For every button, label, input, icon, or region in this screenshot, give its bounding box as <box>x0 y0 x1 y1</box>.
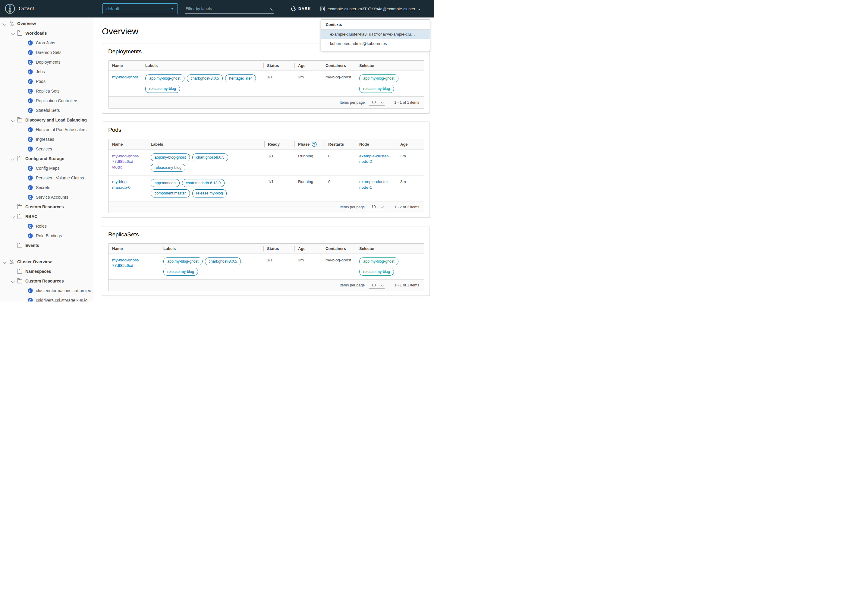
chevron-down-icon[interactable] <box>11 118 15 122</box>
sidebar-item-clusterinformations[interactable]: clusterinformations.crd.projec <box>0 286 94 295</box>
sidebar-item-csidrivers[interactable]: csidrivers.csi.storage.k8s.io <box>0 295 94 302</box>
chevron-down-icon[interactable] <box>11 31 15 35</box>
page-size-select[interactable]: 10 <box>369 204 385 210</box>
sidebar-item-pods[interactable]: Pods <box>0 77 94 86</box>
page-size-select[interactable]: 10 <box>369 99 385 105</box>
sidebar-item-workloads[interactable]: Workloads <box>0 28 94 38</box>
node-link[interactable]: example-cluster-node-2 <box>359 154 389 164</box>
selector-pill: app:my-blog-ghost <box>359 257 398 265</box>
column-header: Name <box>108 244 160 254</box>
label-filter-input[interactable] <box>185 6 271 11</box>
chevron-down-icon[interactable] <box>270 7 274 11</box>
age-cell: 3m <box>397 150 424 175</box>
role-bindings-icon <box>28 233 33 238</box>
sidebar-item-cron-jobs[interactable]: Cron Jobs <box>0 38 94 48</box>
labels-cell: app:mariadb chart:mariadb-6.13.0 compone… <box>147 175 264 201</box>
selector-pill: release:my-blog <box>359 85 394 93</box>
contexts-menu: Contexts example-cluster-ka3TuTzYo4a@exa… <box>321 19 430 51</box>
sidebar-item-daemon-sets[interactable]: Daemon Sets <box>0 48 94 57</box>
context-label: example-cluster-ka3TuTzYo4a@example-clus… <box>327 7 415 11</box>
cron-jobs-icon <box>28 40 33 45</box>
chevron-down-icon[interactable] <box>11 157 15 161</box>
replicaset-name-link[interactable]: my-blog-ghost-77df85c6cd <box>112 258 139 268</box>
sidebar-item-config-maps[interactable]: Config Maps <box>0 164 94 173</box>
pagination-range: 1 - 2 of 2 items <box>394 205 419 209</box>
sidebar-item-services[interactable]: Services <box>0 144 94 154</box>
sidebar-item-persistent-volume-claims[interactable]: Persistent Volume Claims <box>0 173 94 183</box>
status-cell: 1/1 <box>263 254 295 280</box>
sidebar-item-cluster-overview[interactable]: Cluster Overview <box>0 257 94 266</box>
deployment-name-link[interactable]: my-blog-ghost <box>112 75 138 79</box>
sidebar-item-replication-controllers[interactable]: Replication Controllers <box>0 96 94 105</box>
sidebar-item-secrets[interactable]: Secrets <box>0 183 94 192</box>
column-header: Ready <box>264 139 295 150</box>
theme-toggle[interactable]: DARK <box>291 0 311 17</box>
containers-cell: my-blog-ghost <box>322 71 356 96</box>
items-per-page-label: Items per page <box>340 283 364 287</box>
pod-name-link[interactable]: my-blog-mariadb-0 <box>112 179 130 190</box>
pod-name-link[interactable]: my-blog-ghost-77df85c6cd-vf6dx <box>112 154 139 170</box>
items-per-page-label: Items per page <box>340 100 364 105</box>
folder-icon <box>17 157 22 161</box>
sidebar-item-ingresses[interactable]: Ingresses <box>0 135 94 144</box>
column-header: Name <box>108 139 147 150</box>
label-pill: release:my-blog <box>192 189 227 197</box>
chevron-down-icon[interactable] <box>2 260 6 264</box>
restarts-cell: 0 <box>324 150 356 175</box>
sidebar-item-config-and-storage[interactable]: Config and Storage <box>0 154 94 164</box>
sidebar-item-service-accounts[interactable]: Service Accounts <box>0 192 94 202</box>
deployments-icon <box>28 60 33 65</box>
jobs-icon <box>28 70 33 74</box>
label-pill: release:my-blog <box>145 85 180 93</box>
pods-icon <box>28 79 33 84</box>
config-maps-icon <box>28 166 33 171</box>
chevron-down-icon <box>381 205 384 208</box>
octant-logo-icon <box>5 4 15 14</box>
sidebar-item-custom-resources[interactable]: Custom Resources <box>0 202 94 212</box>
sidebar-item-deployments[interactable]: Deployments <box>0 57 94 67</box>
column-header: Containers <box>322 244 356 254</box>
sidebar-item-events[interactable]: Events <box>0 241 94 250</box>
sidebar-item-role-bindings[interactable]: Role Bindings <box>0 231 94 241</box>
overview-icon <box>9 21 14 26</box>
namespace-select[interactable]: default <box>102 3 178 14</box>
context-menu-item[interactable]: kubernetes-admin@kubernetes <box>321 39 430 48</box>
replicasets-table: Name Labels Status Age Containers Select… <box>108 243 424 292</box>
sidebar-item-stateful-sets[interactable]: Stateful Sets <box>0 105 94 115</box>
sidebar-item-custom-resources-cluster[interactable]: Custom Resources <box>0 276 94 286</box>
context-menu-item[interactable]: example-cluster-ka3TuTzYo4a@example-clu… <box>321 29 430 39</box>
column-header: Restarts <box>324 139 356 150</box>
label-pill: chart:ghost-8.0.5 <box>192 153 229 161</box>
sidebar-item-overview[interactable]: Overview <box>0 19 94 28</box>
chevron-down-icon[interactable] <box>11 279 15 283</box>
daemon-sets-icon <box>28 50 33 55</box>
service-accounts-icon <box>28 195 33 200</box>
pods-card: Pods Name Labels Ready Phase Restarts No… <box>102 122 430 218</box>
hpa-icon <box>28 127 33 132</box>
node-link[interactable]: example-cluster-node-1 <box>359 179 389 190</box>
cluster-overview-icon <box>9 259 14 264</box>
column-header: Node <box>356 139 397 150</box>
folder-icon <box>17 215 22 219</box>
labels-cell: app:my-blog-ghost chart:ghost-8.0.5 heri… <box>142 71 263 96</box>
sidebar-item-horizontal-pod-autoscalers[interactable]: Horizontal Pod Autoscalers <box>0 125 94 135</box>
sidebar-item-roles[interactable]: Roles <box>0 221 94 231</box>
sidebar-item-namespaces[interactable]: Namespaces <box>0 266 94 276</box>
sidebar-item-replica-sets[interactable]: Replica Sets <box>0 86 94 96</box>
items-per-page-label: Items per page <box>340 205 364 209</box>
table-footer: Items per page 10 1 - 1 of 1 items <box>108 279 424 291</box>
pagination-range: 1 - 1 of 1 items <box>394 283 419 287</box>
table-row: my-blog-ghost-77df85c6cd app:my-blog-gho… <box>108 254 424 280</box>
context-button[interactable]: example-cluster-ka3TuTzYo4a@example-clus… <box>320 0 420 17</box>
sidebar-item-jobs[interactable]: Jobs <box>0 67 94 77</box>
chevron-down-icon[interactable] <box>11 215 15 219</box>
sidebar-item-discovery-and-load-balancing[interactable]: Discovery and Load Balancing <box>0 115 94 125</box>
sidebar-item-rbac[interactable]: RBAC <box>0 212 94 221</box>
status-cell: 1/1 <box>263 71 295 96</box>
pvc-icon <box>28 175 33 181</box>
contexts-menu-title: Contexts <box>321 20 430 29</box>
page-size-select[interactable]: 10 <box>369 282 385 289</box>
column-header: Labels <box>147 139 264 150</box>
phase-filter-icon[interactable] <box>312 142 317 147</box>
chevron-down-icon[interactable] <box>2 22 6 26</box>
